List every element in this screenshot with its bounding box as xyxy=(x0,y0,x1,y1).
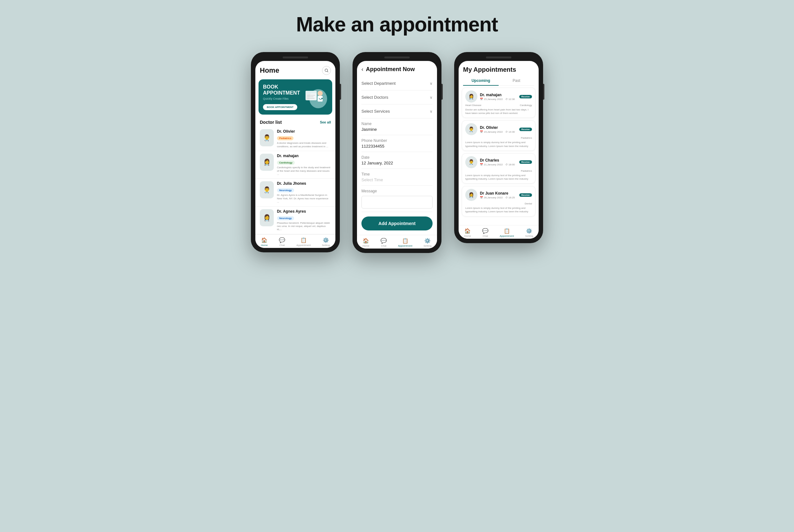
nav-item-setting[interactable]: ⚙️ Setting xyxy=(423,238,431,247)
nav-icon: 📋 xyxy=(300,237,307,243)
doctor-list-item[interactable]: 👨‍⚕️ Dr. Olivier Pediatrics A doctor dia… xyxy=(255,127,335,151)
nav-label: Appointment xyxy=(500,234,514,238)
nav-item-chat[interactable]: 💬 Chat xyxy=(482,228,488,238)
nav-icon: ⚙️ xyxy=(526,228,532,234)
doctor-list-header: Doctor list See all xyxy=(255,116,335,127)
svg-point-0 xyxy=(325,69,328,72)
nav-icon: 💬 xyxy=(279,237,285,243)
doctor-list: 👨‍⚕️ Dr. Olivier Pediatrics A doctor dia… xyxy=(255,127,335,234)
doctor-info: Dr. Agnes Ayres Neurology Phasellus hend… xyxy=(277,209,331,231)
appt-name-block: Dr Charles 📅 21,January 2022 ⏱ 18:00 xyxy=(480,158,517,166)
nav-item-chat[interactable]: 💬 Chat xyxy=(381,238,387,247)
tab-past[interactable]: Past xyxy=(499,76,534,86)
notch-bar-3 xyxy=(486,57,511,58)
nav-icon: 🏠 xyxy=(464,228,471,234)
banner-subtext: Quickly Create Files xyxy=(263,97,302,100)
doctor-list-item[interactable]: 👩‍⚕️ Dr. Agnes Ayres Neurology Phasellus… xyxy=(255,207,335,234)
nav-item-home[interactable]: 🏠 Home xyxy=(261,237,268,247)
appointments-list: 👩‍⚕️ Dr. mahajan 📅 15,January 2022 ⏱ 12:… xyxy=(459,86,539,225)
bottom-nav-appt: 🏠 Home 💬 Chat 📋 Appointment ⚙️ Setting xyxy=(357,235,437,249)
appt-name-block: Dr Juan Konare 📅 28,January 2022 ⏱ 16:25 xyxy=(480,191,517,199)
field-phone-number: Phone Number 1122334455 xyxy=(362,135,432,152)
back-button[interactable]: ‹ xyxy=(362,66,363,73)
dropdown-row[interactable]: Select Doctors ∨ xyxy=(362,91,432,104)
appt-meta: 📅 21,January 2022 ⏱ 18:00 xyxy=(480,163,517,166)
appt-description: Lorem Ipsum is simply dummy text of the … xyxy=(465,174,532,180)
appointment-card[interactable]: 👨‍⚕️ Dr Charles 📅 21,January 2022 ⏱ 18:0… xyxy=(462,153,535,184)
doctor-name: Dr. Olivier xyxy=(277,129,331,134)
nav-item-appointment[interactable]: 📋 Appointment xyxy=(296,237,311,247)
banner-heading: BOOK APPOINTMENT xyxy=(263,84,302,96)
book-appointment-button[interactable]: BOOK APPOINTMENT xyxy=(263,104,297,110)
appointment-card[interactable]: 👨‍⚕️ Dr. Olivier 📅 19,January 2022 ⏱ 14:… xyxy=(462,120,535,150)
nav-label: Setting xyxy=(525,234,533,238)
message-field: Message xyxy=(362,186,432,212)
my-appointments-title: My Appointments xyxy=(459,61,539,76)
dropdown-row[interactable]: Select Services ∨ xyxy=(362,104,432,118)
nav-icon: 🏠 xyxy=(261,237,267,243)
appointment-form: Select Department ∨ Select Doctors ∨ Sel… xyxy=(357,76,437,212)
nav-item-chat[interactable]: 💬 Chat xyxy=(279,237,285,247)
nav-item-setting[interactable]: ⚙️ Setting xyxy=(322,237,330,247)
appt-card-header: 👩‍⚕️ Dr Juan Konare 📅 28,January 2022 ⏱ … xyxy=(465,189,532,201)
nav-item-setting[interactable]: ⚙️ Setting xyxy=(525,228,533,238)
nav-label: Home xyxy=(464,234,471,238)
nav-label: Home xyxy=(363,244,369,247)
phone2-screen: ‹ Appointment Now Select Department ∨ Se… xyxy=(357,61,437,249)
specialty-tag: Padiatrics xyxy=(521,136,532,139)
message-label: Message xyxy=(362,189,432,193)
phone-notch-1 xyxy=(255,57,335,58)
specialty-tag: Dental xyxy=(525,202,532,205)
nav-item-home[interactable]: 🏠 Home xyxy=(464,228,471,238)
nav-label: Home xyxy=(261,244,268,247)
field-label: Name xyxy=(362,121,432,126)
appt-meta: 📅 28,January 2022 ⏱ 16:25 xyxy=(480,196,517,199)
appt-avatar: 👨‍⚕️ xyxy=(465,156,477,168)
message-input[interactable] xyxy=(362,196,432,209)
nav-item-appointment[interactable]: 📋 Appointment xyxy=(398,238,412,247)
nav-label: Appointment xyxy=(398,244,412,247)
appt-card-header: 👩‍⚕️ Dr. mahajan 📅 15,January 2022 ⏱ 12:… xyxy=(465,91,532,102)
notch-bar-1 xyxy=(283,57,308,58)
doctor-description: Phasellus hendrerit. Pellentesque alique… xyxy=(277,222,331,231)
svg-rect-4 xyxy=(306,91,317,93)
field-value[interactable]: Select Time xyxy=(362,177,432,182)
nav-item-home[interactable]: 🏠 Home xyxy=(363,238,369,247)
field-label: Time xyxy=(362,172,432,176)
dropdown-row[interactable]: Select Department ∨ xyxy=(362,76,432,91)
time-icon: ⏱ 16:25 xyxy=(505,196,515,199)
nav-icon: 💬 xyxy=(482,228,488,234)
specialty-badge: Cardiology xyxy=(277,160,295,165)
nav-icon: 🏠 xyxy=(363,238,369,244)
appt-card-header: 👨‍⚕️ Dr. Olivier 📅 19,January 2022 ⏱ 14:… xyxy=(465,123,532,135)
appointment-card[interactable]: 👩‍⚕️ Dr Juan Konare 📅 28,January 2022 ⏱ … xyxy=(462,186,535,216)
status-badge: Receive xyxy=(519,193,532,197)
doctor-list-title: Doctor list xyxy=(260,120,282,125)
nav-item-appointment[interactable]: 📋 Appointment xyxy=(500,228,514,238)
specialty-badge: Pediatrics xyxy=(277,136,293,140)
nav-label: Setting xyxy=(322,244,330,247)
phone-my-appointments: My Appointments UpcomingPast 👩‍⚕️ Dr. ma… xyxy=(454,52,543,243)
nav-label: Chat xyxy=(381,244,387,247)
banner: BOOK APPOINTMENT Quickly Create Files BO… xyxy=(259,79,332,115)
add-appointment-button[interactable]: Add Appointment xyxy=(362,216,432,230)
condition-tag: Heart Disease xyxy=(465,104,481,107)
svg-point-10 xyxy=(321,98,323,99)
doctor-name: Dr. mahajan xyxy=(277,154,331,158)
specialty-tag: Cardiology xyxy=(520,104,532,107)
dropdown-label: Select Department xyxy=(362,81,396,86)
doctor-info: Dr. Olivier Pediatrics A doctor diagnose… xyxy=(277,129,331,148)
field-label: Phone Number xyxy=(362,138,432,143)
see-all-link[interactable]: See all xyxy=(320,120,331,124)
appt-doctor-name: Dr. Olivier xyxy=(480,126,517,130)
appointments-tabs: UpcomingPast xyxy=(463,76,534,86)
phone-notch-3 xyxy=(459,57,539,58)
doctor-list-item[interactable]: 👩‍⚕️ Dr. mahajan Cardiology Cardiologist… xyxy=(255,151,335,179)
tab-upcoming[interactable]: Upcoming xyxy=(463,76,499,86)
search-icon[interactable] xyxy=(322,66,331,75)
nav-label: Appointment xyxy=(296,244,311,247)
doctor-list-item[interactable]: 👨‍⚕️ Dr. Julia Jhones Neurology Dr. Agne… xyxy=(255,179,335,206)
appointment-now-title: Appointment Now xyxy=(366,66,415,73)
field-name: Name Jasmine xyxy=(362,118,432,135)
appointment-card[interactable]: 👩‍⚕️ Dr. mahajan 📅 15,January 2022 ⏱ 12:… xyxy=(462,88,535,118)
